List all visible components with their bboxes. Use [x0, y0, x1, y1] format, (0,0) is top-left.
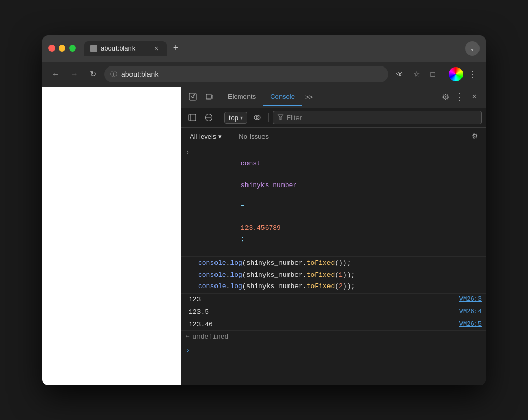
const-declaration-code: const shinyks_number = 123.456789 ;	[192, 148, 482, 256]
clear-console-button[interactable]	[202, 111, 216, 124]
result-row-2: 123.5 VM26:4	[182, 306, 486, 318]
main-content: Elements Console >> ⚙ ⋮ ×	[42, 87, 486, 385]
expand-arrow[interactable]: ›	[186, 148, 189, 156]
filter-area[interactable]: Filter	[273, 111, 482, 124]
no-issues-button[interactable]: No Issues	[235, 130, 273, 142]
tab-elements[interactable]: Elements	[221, 89, 263, 106]
info-icon: ⓘ	[110, 70, 117, 79]
svg-point-5	[208, 99, 209, 100]
nav-actions: 👁 ☆ □ ⋮	[392, 67, 480, 81]
no-issues-label: No Issues	[239, 132, 269, 140]
profile-button[interactable]	[449, 67, 463, 81]
result-value-3: 123.46	[189, 321, 459, 328]
variable-name: shinyks_number	[241, 181, 297, 189]
toolbar-divider	[220, 113, 220, 122]
result-value-2: 123.5	[189, 308, 459, 316]
svg-point-10	[254, 115, 260, 120]
filter-icon	[277, 114, 284, 122]
all-levels-chevron: ▾	[218, 132, 222, 140]
address-bar[interactable]: ⓘ about:blank	[104, 66, 388, 82]
tab-title: about:blank	[101, 44, 149, 52]
filter-placeholder: Filter	[287, 114, 302, 122]
all-levels-button[interactable]: All levels ▾	[186, 130, 226, 142]
traffic-lights	[48, 45, 76, 52]
return-arrow: ←	[186, 333, 189, 340]
sidebar-toggle-button[interactable]	[186, 111, 199, 124]
tab-chevron-button[interactable]: ⌄	[465, 41, 480, 56]
log-line-3: console.log(shinyks_number.toFixed(2));	[198, 281, 482, 292]
svg-point-1	[194, 95, 195, 96]
result-link-2[interactable]: VM26:4	[459, 308, 482, 315]
prompt-arrow: ›	[186, 346, 190, 355]
devtools-settings-button[interactable]: ⚙	[438, 90, 453, 104]
svg-marker-12	[278, 114, 283, 120]
browser-window: about:blank × + ⌄ ← → ↻ ⓘ about:blank 👁 …	[42, 35, 486, 385]
const-keyword: const	[241, 160, 261, 167]
undefined-text: undefined	[192, 333, 228, 341]
log-line-2: console.log(shinyks_number.toFixed(1));	[198, 270, 482, 281]
result-row-1: 123 VM26:3	[182, 294, 486, 306]
devtools-tabs: Elements Console >> ⚙ ⋮ ×	[182, 87, 486, 108]
console-levels-bar: All levels ▾ No Issues ⚙	[182, 128, 486, 145]
title-bar: about:blank × + ⌄	[42, 35, 486, 62]
eye-button[interactable]	[251, 111, 264, 124]
equals-sign: =	[241, 203, 245, 210]
minimize-button[interactable]	[59, 45, 65, 52]
result-value-1: 123	[189, 296, 459, 304]
close-button[interactable]	[48, 45, 55, 52]
devtools-more-button[interactable]: ⋮	[453, 90, 467, 104]
back-button[interactable]: ←	[48, 67, 63, 81]
log-line-1: console.log(shinyks_number.toFixed());	[198, 258, 482, 269]
result-link-1[interactable]: VM26:3	[459, 296, 482, 303]
tab-console[interactable]: Console	[263, 89, 302, 106]
device-icon-button[interactable]	[202, 90, 217, 104]
reload-button[interactable]: ↻	[86, 67, 100, 81]
devtools-close-button[interactable]: ×	[467, 90, 482, 104]
address-text: about:blank	[121, 70, 158, 78]
privacy-button[interactable]: 👁	[392, 67, 407, 81]
levels-divider	[230, 131, 230, 141]
console-output: › const shinyks_number = 123.456789 ;	[182, 145, 486, 385]
bookmark-button[interactable]: ☆	[409, 67, 423, 81]
result-link-3[interactable]: VM26:5	[459, 321, 482, 328]
maximize-button[interactable]	[69, 45, 76, 52]
undefined-row: ← undefined	[182, 331, 486, 343]
tab-more-button[interactable]: >>	[302, 89, 316, 105]
all-levels-label: All levels	[190, 132, 216, 140]
semicolon: ;	[241, 235, 245, 243]
devtools-tab-icons	[186, 90, 217, 104]
active-tab[interactable]: about:blank ×	[84, 41, 167, 56]
nav-divider	[444, 69, 444, 79]
console-log-block: console.log(shinyks_number.toFixed()); c…	[182, 257, 486, 293]
tab-favicon	[90, 45, 97, 52]
inspect-icon-button[interactable]	[186, 90, 200, 104]
extensions-button[interactable]: □	[425, 67, 440, 81]
nav-bar: ← → ↻ ⓘ about:blank 👁 ☆ □ ⋮	[42, 62, 486, 87]
svg-rect-0	[189, 93, 196, 100]
new-tab-button[interactable]: +	[169, 41, 183, 56]
svg-point-11	[256, 116, 258, 119]
tab-bar: about:blank × +	[84, 41, 461, 56]
toolbar-divider-2	[268, 113, 269, 122]
context-selector[interactable]: top ▾	[224, 112, 248, 124]
console-prompt-row[interactable]: ›	[182, 343, 486, 358]
const-declaration-entry: › const shinyks_number = 123.456789 ;	[182, 147, 486, 257]
result-row-3: 123.46 VM26:5	[182, 318, 486, 331]
forward-button[interactable]: →	[67, 67, 81, 81]
console-toolbar: top ▾ Filter	[182, 108, 486, 128]
tab-close-button[interactable]: ×	[152, 44, 160, 53]
context-chevron: ▾	[240, 115, 243, 121]
levels-settings-button[interactable]: ⚙	[468, 129, 482, 143]
number-literal: 123.456789	[241, 224, 281, 232]
svg-rect-3	[212, 95, 213, 98]
browser-page	[42, 87, 182, 385]
context-label: top	[229, 114, 238, 122]
devtools-panel: Elements Console >> ⚙ ⋮ ×	[182, 87, 486, 385]
svg-rect-6	[189, 114, 196, 121]
menu-button[interactable]: ⋮	[465, 67, 480, 81]
